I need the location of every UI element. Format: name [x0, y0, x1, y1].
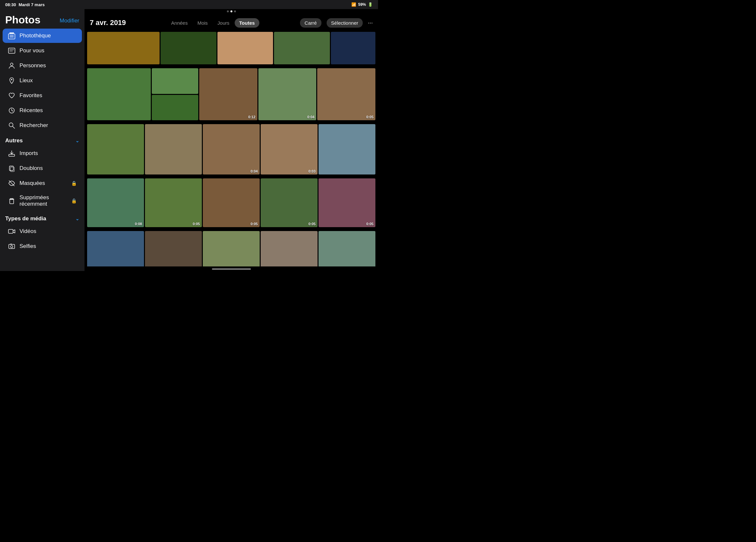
list-item[interactable]: 0:04 — [203, 124, 260, 174]
list-item[interactable]: 0:05 — [317, 68, 375, 120]
list-item[interactable]: 0:05 — [203, 178, 260, 227]
section-types-media: Types de média ⌄ — [0, 211, 85, 224]
status-left: 08:30 Mardi 7 mars — [5, 2, 45, 7]
sidebar-item-personnes[interactable]: Personnes — [3, 58, 82, 73]
sidebar-item-bibliotheque[interactable]: Photothèque — [3, 29, 82, 43]
sidebar-item-videos[interactable]: Vidéos — [3, 224, 82, 239]
list-item[interactable] — [274, 32, 330, 64]
tab-toutes[interactable]: Toutes — [235, 18, 259, 28]
video-duration: 0:05 — [251, 222, 258, 226]
list-item[interactable] — [145, 231, 202, 266]
sidebar-item-masquees[interactable]: Masquées 🔒 — [3, 176, 82, 190]
chevron-down2-icon[interactable]: ⌄ — [75, 216, 79, 221]
video-duration: 0:05 — [366, 222, 373, 226]
svg-point-6 — [10, 63, 13, 66]
doublons-label: Doublons — [20, 165, 43, 172]
photo-row-4: 0:08 0:05 0:05 0:05 0:05 — [87, 178, 375, 227]
sidebar: Photos Modifier Photothèque — [0, 9, 85, 271]
sidebar-item-doublons[interactable]: Doublons — [3, 161, 82, 175]
svg-point-9 — [9, 123, 13, 127]
dot3 — [234, 10, 236, 12]
tab-mois[interactable]: Mois — [193, 18, 212, 28]
status-bar: 08:30 Mardi 7 mars 📶 59% 🔋 — [0, 0, 378, 9]
svg-rect-1 — [9, 32, 14, 33]
list-item[interactable] — [331, 32, 375, 64]
app-container: Photos Modifier Photothèque — [0, 9, 378, 271]
photo-grid: 0:12 0:04 0:05 0:04 0:03 — [85, 32, 378, 266]
list-item[interactable] — [145, 124, 202, 174]
list-item[interactable]: 0:05 — [261, 178, 318, 227]
sidebar-item-selfi[interactable]: Selfies — [3, 239, 82, 253]
personnes-icon — [8, 62, 16, 70]
status-date: Mardi 7 mars — [19, 2, 45, 7]
carre-button[interactable]: Carré — [300, 18, 321, 28]
selfi-label: Selfies — [20, 243, 36, 250]
photo-row-2: 0:12 0:04 0:05 — [87, 68, 375, 120]
sidebar-item-supprimees[interactable]: Suppriméesrécemment 🔒 — [3, 191, 82, 211]
lieux-icon — [8, 77, 16, 84]
date-label: 7 avr. 2019 — [90, 19, 126, 27]
imports-icon — [8, 149, 16, 157]
pour-vous-label: Pour vous — [20, 47, 45, 54]
photo-row-3: 0:04 0:03 — [87, 124, 375, 174]
sidebar-item-favorites[interactable]: Favorites — [3, 88, 82, 103]
chevron-down-icon[interactable]: ⌄ — [75, 138, 79, 143]
list-item[interactable]: 0:03 — [261, 124, 318, 174]
list-item[interactable] — [217, 32, 273, 64]
list-item[interactable]: 0:12 — [199, 68, 257, 120]
sidebar-item-imports[interactable]: Imports — [3, 146, 82, 161]
dot2 — [230, 10, 232, 12]
list-item[interactable]: 0:06 — [261, 231, 318, 266]
masquees-label: Masquées — [20, 180, 45, 187]
sidebar-item-pour-vous[interactable]: Pour vous — [3, 44, 82, 58]
recentes-label: Récentes — [20, 107, 43, 114]
list-item[interactable] — [152, 68, 198, 94]
list-item[interactable] — [319, 124, 375, 174]
home-indicator — [85, 266, 378, 271]
svg-line-10 — [13, 126, 15, 128]
photo-row-5: 0:06 0:05 0:06 — [87, 231, 375, 266]
top-strip-row — [87, 32, 375, 64]
list-item[interactable]: 0:05 — [145, 178, 202, 227]
personnes-label: Personnes — [20, 62, 46, 69]
sidebar-item-rechercher[interactable]: Rechercher — [3, 118, 82, 133]
sidebar-item-recentes[interactable]: Récentes — [3, 103, 82, 118]
tab-jours[interactable]: Jours — [213, 18, 234, 28]
more-options-button[interactable]: ··· — [368, 19, 373, 26]
svg-rect-13 — [10, 167, 14, 172]
list-item[interactable]: 0:08 — [87, 178, 144, 227]
video-duration: 0:12 — [248, 115, 255, 119]
svg-point-7 — [11, 79, 12, 80]
pour-vous-icon — [8, 47, 16, 55]
status-right: 📶 59% 🔋 — [351, 2, 373, 7]
list-item[interactable]: 0:05 — [203, 231, 260, 266]
videos-label: Vidéos — [20, 228, 36, 235]
videos-icon — [8, 227, 16, 235]
list-item[interactable] — [87, 32, 160, 64]
tab-annees[interactable]: Années — [167, 18, 192, 28]
list-item[interactable] — [87, 124, 144, 174]
favorites-icon — [8, 92, 16, 99]
svg-rect-19 — [10, 244, 12, 245]
list-item[interactable]: 0:06 — [87, 231, 144, 266]
list-item[interactable] — [152, 95, 198, 121]
svg-point-18 — [11, 246, 13, 248]
sidebar-item-lieux[interactable]: Lieux — [3, 73, 82, 88]
dot1 — [227, 10, 229, 12]
home-indicator-bar — [212, 268, 251, 270]
list-item[interactable]: 0:05 — [319, 178, 375, 227]
selectionner-button[interactable]: Sélectionner — [327, 18, 363, 28]
svg-rect-2 — [10, 35, 14, 38]
list-item[interactable]: 0:04 — [258, 68, 317, 120]
list-item[interactable] — [161, 32, 216, 64]
list-item[interactable] — [87, 68, 151, 120]
svg-rect-16 — [8, 229, 13, 233]
list-item[interactable] — [319, 231, 375, 266]
doublons-icon — [8, 164, 16, 172]
svg-rect-11 — [9, 154, 15, 156]
modifier-button[interactable]: Modifier — [60, 18, 79, 24]
sidebar-title: Photos — [5, 14, 40, 26]
section-types-label: Types de média — [5, 215, 46, 222]
video-duration: 0:04 — [251, 169, 258, 173]
top-bar-actions: Carré Sélectionner ··· — [300, 18, 373, 28]
